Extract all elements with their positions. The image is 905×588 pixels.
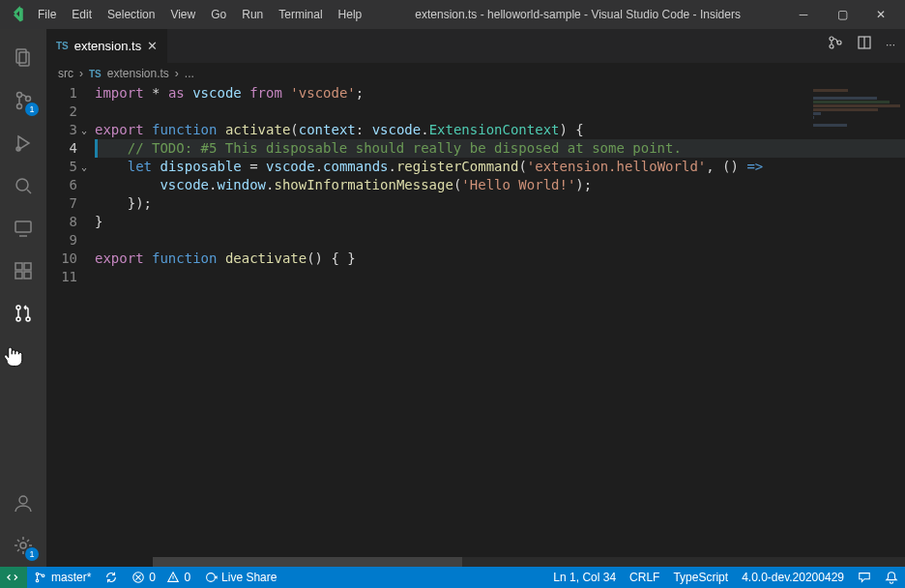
language-indicator[interactable]: TypeScript: [666, 571, 735, 584]
scm-badge: 1: [25, 103, 39, 116]
menu-bar: FileEditSelectionViewGoRunTerminalHelp: [31, 4, 368, 25]
titlebar: FileEditSelectionViewGoRunTerminalHelp e…: [0, 0, 905, 29]
explorer-icon[interactable]: [0, 37, 46, 79]
svg-point-12: [16, 306, 20, 309]
svg-rect-7: [15, 221, 31, 232]
menu-go[interactable]: Go: [204, 4, 233, 25]
code-line[interactable]: });: [95, 194, 905, 213]
code-line[interactable]: [95, 103, 905, 121]
code-line[interactable]: vscode.window.showInformationMessage('He…: [95, 176, 905, 194]
svg-rect-9: [15, 272, 22, 279]
line-number: 5: [46, 158, 77, 176]
extensions-icon[interactable]: [0, 250, 46, 292]
svg-point-13: [16, 317, 20, 321]
github-pr-icon[interactable]: [0, 292, 46, 335]
eol-indicator[interactable]: CRLF: [623, 571, 666, 584]
fold-icon[interactable]: ⌄: [81, 121, 87, 139]
chevron-right-icon: ›: [79, 67, 83, 80]
svg-point-14: [26, 317, 30, 321]
code-line[interactable]: export function deactivate() { }: [95, 250, 905, 268]
feedback-icon[interactable]: [851, 571, 878, 584]
maximize-button[interactable]: ▢: [826, 8, 859, 21]
menu-edit[interactable]: Edit: [65, 4, 99, 25]
svg-point-23: [36, 579, 39, 582]
close-button[interactable]: ✕: [864, 8, 897, 21]
code-line[interactable]: [95, 268, 905, 286]
svg-point-3: [17, 104, 22, 109]
menu-run[interactable]: Run: [235, 4, 270, 25]
code-body[interactable]: import * as vscode from 'vscode';⌄export…: [95, 84, 905, 567]
sync-indicator[interactable]: [98, 571, 125, 584]
menu-help[interactable]: Help: [332, 4, 369, 25]
activity-bar: 1 1: [0, 29, 46, 567]
close-icon[interactable]: ✕: [147, 39, 158, 53]
code-line[interactable]: import * as vscode from 'vscode';: [95, 84, 905, 103]
svg-point-26: [207, 573, 216, 582]
branch-indicator[interactable]: master*: [27, 571, 98, 584]
svg-rect-1: [19, 52, 29, 66]
tab-extension-ts[interactable]: TS extension.ts ✕: [46, 29, 168, 63]
settings-badge: 1: [25, 547, 39, 561]
line-number-gutter: 1234567891011: [46, 84, 95, 567]
window-controls: ─ ▢ ✕: [787, 8, 897, 21]
minimize-button[interactable]: ─: [787, 8, 820, 21]
line-number: 8: [46, 213, 77, 231]
remote-explorer-icon[interactable]: [0, 207, 46, 250]
typescript-icon: TS: [89, 69, 102, 79]
more-icon[interactable]: ···: [886, 38, 895, 51]
run-debug-icon[interactable]: [0, 122, 46, 164]
line-number: 7: [46, 194, 77, 213]
status-bar: master* 0 0 Live Share Ln 1, Col 34 CRLF…: [0, 567, 905, 588]
line-number: 6: [46, 176, 77, 194]
svg-point-2: [17, 93, 22, 98]
line-number: 2: [46, 103, 77, 121]
split-editor-icon[interactable]: [857, 35, 872, 53]
horizontal-scrollbar[interactable]: [153, 557, 905, 567]
svg-point-17: [830, 37, 833, 41]
search-icon[interactable]: [0, 164, 46, 207]
svg-point-18: [830, 44, 833, 48]
scrollbar-thumb[interactable]: [153, 557, 462, 567]
remote-indicator[interactable]: [0, 567, 27, 588]
vscode-logo-icon: [8, 6, 25, 23]
line-number: 3: [46, 121, 77, 139]
code-line[interactable]: ⌄ let disposable = vscode.commands.regis…: [95, 158, 905, 176]
accounts-icon[interactable]: [0, 482, 46, 524]
svg-point-22: [36, 573, 39, 575]
svg-point-15: [19, 496, 27, 504]
typescript-version[interactable]: 4.0.0-dev.20200429: [735, 571, 851, 584]
tab-label: extension.ts: [74, 39, 141, 53]
svg-rect-8: [15, 263, 22, 270]
fold-icon[interactable]: ⌄: [81, 158, 87, 176]
code-line[interactable]: // TODO: #5 This disposable should reall…: [95, 139, 905, 158]
code-line[interactable]: }: [95, 213, 905, 231]
main-area: 1 1 TS extension.ts ✕ ··· src › TS exten…: [0, 29, 905, 567]
problems-indicator[interactable]: 0 0: [125, 571, 197, 584]
code-line[interactable]: ⌄export function activate(context: vscod…: [95, 121, 905, 139]
notifications-icon[interactable]: [878, 571, 905, 584]
menu-selection[interactable]: Selection: [101, 4, 161, 25]
breadcrumb[interactable]: src › TS extension.ts › ...: [46, 63, 905, 84]
scm-icon[interactable]: 1: [0, 79, 46, 122]
line-number: 10: [46, 250, 77, 268]
breadcrumb-folder[interactable]: src: [58, 67, 73, 80]
svg-point-6: [16, 179, 28, 191]
liveshare-indicator[interactable]: Live Share: [197, 571, 283, 584]
breadcrumb-file[interactable]: extension.ts: [107, 67, 169, 80]
editor-actions: ···: [828, 35, 895, 53]
code-line[interactable]: [95, 231, 905, 250]
cursor-icon: [0, 342, 27, 369]
editor-group: TS extension.ts ✕ ··· src › TS extension…: [46, 29, 905, 567]
line-number: 9: [46, 231, 77, 250]
menu-view[interactable]: View: [163, 4, 202, 25]
code-editor[interactable]: 1234567891011 import * as vscode from 'v…: [46, 84, 905, 567]
compare-icon[interactable]: [828, 35, 843, 53]
breadcrumb-symbol[interactable]: ...: [185, 67, 194, 80]
menu-file[interactable]: File: [31, 4, 63, 25]
menu-terminal[interactable]: Terminal: [272, 4, 329, 25]
settings-icon[interactable]: 1: [0, 524, 46, 567]
line-number: 4: [46, 139, 77, 158]
cursor-position[interactable]: Ln 1, Col 34: [546, 571, 623, 584]
minimap[interactable]: [813, 89, 905, 157]
svg-rect-10: [24, 272, 31, 279]
